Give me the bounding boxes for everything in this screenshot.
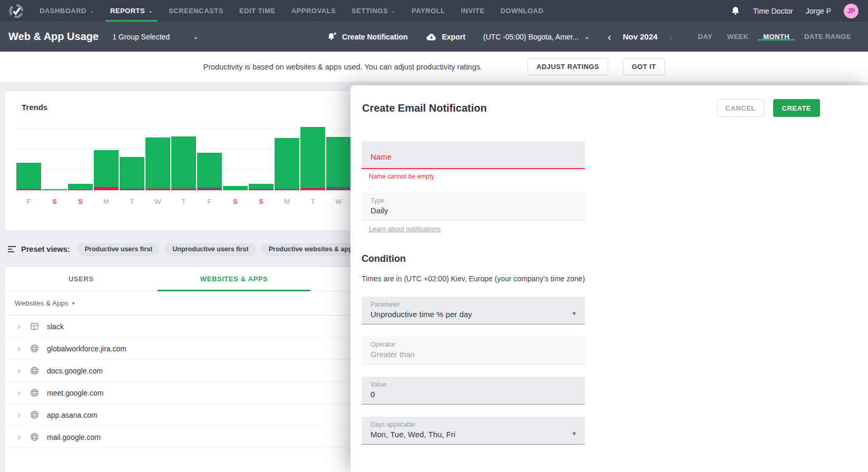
create-button[interactable]: CREATE xyxy=(773,99,820,117)
learn-about-notifications-link[interactable]: Learn about notifications xyxy=(369,225,441,233)
bar-segment-unproductive xyxy=(68,190,93,191)
trend-bar[interactable] xyxy=(171,136,196,190)
cloud-download-icon xyxy=(426,33,437,41)
group-selector[interactable]: 1 Group Selected ⌄ xyxy=(112,22,199,52)
row-name: meet.google.com xyxy=(47,389,103,397)
name-input-label: Name xyxy=(370,152,392,161)
nav-item-label: INVITE xyxy=(461,7,484,15)
trend-bar[interactable] xyxy=(275,138,299,190)
nav-item-invite[interactable]: INVITE xyxy=(453,0,492,22)
expand-chevron-icon[interactable]: › xyxy=(12,343,26,354)
user-avatar[interactable]: JP xyxy=(844,4,859,18)
expand-chevron-icon[interactable]: › xyxy=(12,432,26,442)
days-applicable-dropdown[interactable]: Days applicable Mon, Tue, Wed, Thu, Fri … xyxy=(362,417,585,445)
row-name: globalworkforce.jira.com xyxy=(47,345,126,353)
chevron-down-icon: ⌄ xyxy=(90,8,94,14)
trend-bar[interactable] xyxy=(249,184,274,191)
bar-segment-productive xyxy=(223,186,248,190)
trend-bar[interactable] xyxy=(300,127,325,190)
row-name: app.asana.com xyxy=(47,411,97,419)
view-tab-day[interactable]: DAY xyxy=(690,33,719,41)
company-name[interactable]: Time Doctor xyxy=(753,7,793,15)
trend-bar[interactable] xyxy=(120,157,144,190)
export-button[interactable]: Export xyxy=(426,33,465,41)
value-label: Value xyxy=(370,381,577,388)
adjust-ratings-button[interactable]: ADJUST RATINGS xyxy=(528,58,608,75)
trend-bar[interactable] xyxy=(42,189,67,190)
got-it-button[interactable]: GOT IT xyxy=(623,58,665,75)
globe-icon xyxy=(29,366,40,376)
x-axis-label: W xyxy=(145,198,170,205)
dropdown-arrow-icon: ▼ xyxy=(571,310,577,317)
name-input[interactable]: Name xyxy=(362,141,585,169)
bar-segment-productive xyxy=(249,184,274,189)
preset-chip-unproductive-users-first[interactable]: Unproductive users first xyxy=(165,243,256,256)
trend-bar[interactable] xyxy=(94,150,119,190)
preset-views-label: Preset views: xyxy=(21,245,70,253)
bar-segment-productive xyxy=(68,184,93,190)
trend-bar[interactable] xyxy=(16,163,41,191)
create-email-notification-panel: Create Email Notification CANCEL CREATE … xyxy=(350,85,868,472)
x-axis-label: S xyxy=(249,198,274,205)
expand-chevron-icon[interactable]: › xyxy=(12,410,26,420)
nav-item-payroll[interactable]: PAYROLL xyxy=(404,0,453,22)
time-doctor-logo[interactable] xyxy=(5,0,32,22)
view-tab-month[interactable]: MONTH xyxy=(756,33,797,41)
dropdown-arrow-icon: ▼ xyxy=(571,430,577,437)
view-tab-date-range[interactable]: DATE RANGE xyxy=(797,33,859,41)
trend-bar[interactable] xyxy=(326,137,351,190)
bar-segment-productive xyxy=(94,150,119,187)
nav-item-reports[interactable]: REPORTS⌄ xyxy=(102,0,161,22)
tab-users[interactable]: USERS xyxy=(5,267,158,291)
trend-bar[interactable] xyxy=(145,137,170,190)
x-axis-label: S xyxy=(223,198,248,205)
nav-item-label: SCREENCASTS xyxy=(169,7,223,15)
expand-chevron-icon[interactable]: › xyxy=(12,321,26,332)
nav-item-label: REPORTS xyxy=(110,7,145,15)
current-period: Nov 2024 xyxy=(623,32,658,41)
nav-item-screencasts[interactable]: SCREENCASTS xyxy=(161,0,231,22)
create-notification-label: Create Notification xyxy=(342,33,407,41)
bar-segment-unproductive xyxy=(300,188,325,190)
globe-icon xyxy=(29,388,40,398)
row-name: docs.google.com xyxy=(47,367,103,375)
previous-period-arrow[interactable]: ‹ xyxy=(608,32,611,42)
timezone-selector[interactable]: (UTC -05:00) Bogota, Amer... ⌄ xyxy=(483,33,590,41)
export-label: Export xyxy=(442,33,465,41)
preset-chip-productive-websites-apps[interactable]: Productive websites & apps xyxy=(261,243,364,256)
parameter-dropdown[interactable]: Parameter Unproductive time % per day ▼ xyxy=(362,297,585,324)
nav-item-dashboard[interactable]: DASHBOARD⌄ xyxy=(32,0,102,22)
nav-item-edit-time[interactable]: EDIT TIME xyxy=(231,0,284,22)
create-notification-button[interactable]: Create Notification xyxy=(327,32,407,42)
expand-chevron-icon[interactable]: › xyxy=(12,388,26,398)
bar-segment-productive xyxy=(16,163,41,189)
type-field[interactable]: Type Daily xyxy=(362,193,585,221)
trends-bars xyxy=(16,127,351,190)
x-axis-label: F xyxy=(16,198,41,205)
trend-bar[interactable] xyxy=(223,186,248,190)
top-navigation-bar: DASHBOARD⌄REPORTS⌄SCREENCASTSEDIT TIMEAP… xyxy=(0,0,868,22)
globe-icon xyxy=(29,410,40,420)
user-name[interactable]: Jorge P xyxy=(806,7,831,15)
app-window-icon xyxy=(29,321,40,332)
nav-item-download[interactable]: DOWNLOAD xyxy=(492,0,551,22)
notification-bell-icon[interactable] xyxy=(730,6,740,16)
next-period-arrow[interactable]: › xyxy=(669,32,673,42)
preset-chip-productive-users-first[interactable]: Productive users first xyxy=(77,243,160,256)
nav-item-approvals[interactable]: APPROVALS xyxy=(284,0,344,22)
expand-chevron-icon[interactable]: › xyxy=(12,366,26,376)
row-name: slack xyxy=(47,322,64,331)
x-axis-label: T xyxy=(300,198,325,205)
view-tab-week[interactable]: WEEK xyxy=(720,33,756,41)
nav-item-settings[interactable]: SETTINGS⌄ xyxy=(344,0,404,22)
name-error-message: Name cannot be empty xyxy=(369,173,596,180)
nav-item-label: DOWNLOAD xyxy=(500,7,543,15)
chevron-down-icon: ⌄ xyxy=(584,33,590,40)
preset-filter-icon xyxy=(7,245,17,253)
trend-bar[interactable] xyxy=(197,153,222,190)
value-input[interactable]: Value 0 xyxy=(362,377,585,405)
tab-websites-apps[interactable]: WEBSITES & APPS xyxy=(158,267,310,291)
trend-bar[interactable] xyxy=(68,184,93,191)
modal-title: Create Email Notification xyxy=(362,102,487,114)
cancel-button[interactable]: CANCEL xyxy=(717,99,764,117)
